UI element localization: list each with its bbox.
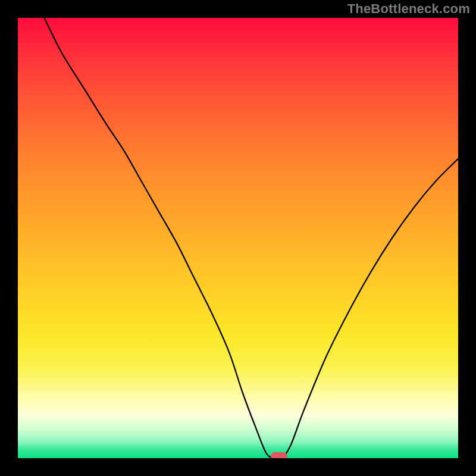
watermark-text: TheBottleneck.com <box>347 1 470 17</box>
optimum-marker <box>271 452 287 458</box>
bottleneck-curve <box>18 18 458 458</box>
chart-frame: TheBottleneck.com <box>0 0 476 476</box>
plot-area <box>18 18 458 458</box>
